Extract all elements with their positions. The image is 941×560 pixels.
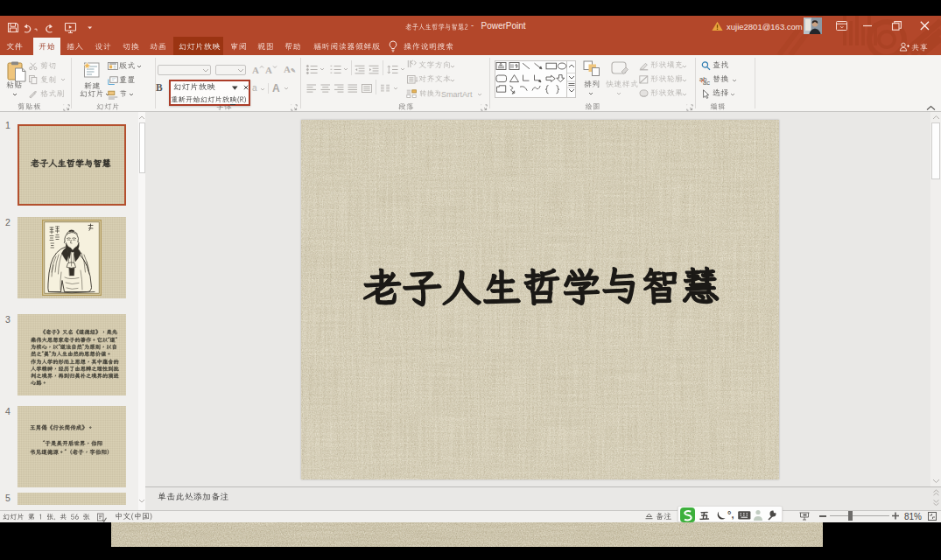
svg-text:ac: ac — [703, 79, 710, 87]
svg-text:A: A — [265, 65, 272, 75]
svg-text:A: A — [252, 65, 259, 75]
